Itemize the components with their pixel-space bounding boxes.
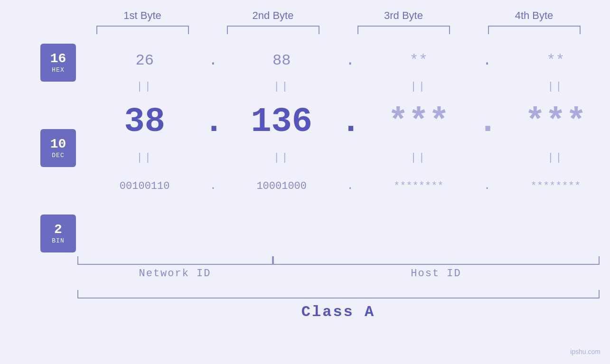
sep2-1: || [93, 152, 197, 164]
dec-badge: 10 DEC [40, 129, 76, 167]
dec-dot-3: . [478, 103, 497, 141]
bin-val-1: 00100110 [93, 180, 197, 192]
sep-4: || [503, 81, 608, 93]
hex-val-2: 88 [229, 52, 334, 69]
byte-header-4: 4th Byte [482, 9, 586, 22]
network-id-label: Network ID [77, 268, 273, 280]
network-bracket [77, 256, 273, 265]
bracket-1 [96, 26, 189, 34]
hex-badge: 16 HEX [40, 44, 76, 82]
hex-val-3: ** [366, 52, 471, 69]
bin-dot-3: . [478, 180, 497, 192]
bracket-2 [227, 26, 319, 34]
sep2-2: || [229, 152, 334, 164]
hex-dot-2: . [340, 52, 359, 69]
dec-badge-number: 10 [50, 137, 66, 152]
dec-dot-1: . [204, 103, 223, 141]
id-brackets [77, 256, 600, 265]
byte-header-1: 1st Byte [90, 9, 195, 22]
dec-val-3: *** [366, 103, 471, 141]
sep2-3: || [366, 152, 471, 164]
host-bracket [273, 256, 600, 265]
hex-dot-1: . [204, 52, 223, 69]
bin-badge-label: BIN [52, 237, 64, 244]
bottom-brackets-section: Network ID Host ID [77, 256, 600, 280]
dec-data-row: 38 . 136 . *** . *** [89, 96, 610, 148]
dec-val-4: *** [503, 103, 608, 141]
bin-val-3: ******** [366, 180, 471, 192]
class-section: Class A [77, 290, 600, 321]
bracket-4 [488, 26, 581, 34]
hex-dot-3: . [478, 52, 497, 69]
main-container: 1st Byte 2nd Byte 3rd Byte 4th Byte 16 H… [0, 0, 610, 364]
bin-badge: 2 BIN [40, 215, 76, 252]
class-label: Class A [77, 303, 600, 321]
dec-val-2: 136 [229, 103, 334, 141]
sep-row-1: || || || || [89, 77, 610, 96]
sep-3: || [366, 81, 471, 93]
dec-val-1: 38 [93, 103, 197, 141]
hex-data-row: 26 . 88 . ** . ** [89, 44, 610, 77]
bin-badge-number: 2 [54, 223, 62, 237]
hex-badge-label: HEX [52, 66, 64, 74]
host-id-label: Host ID [273, 268, 600, 280]
bin-dot-2: . [340, 180, 359, 192]
sep-2: || [229, 81, 334, 93]
dec-badge-label: DEC [52, 152, 64, 159]
class-bracket [77, 290, 600, 299]
bin-dot-1: . [204, 180, 223, 192]
bin-data-row: 00100110 . 10001000 . ******** . *******… [89, 167, 610, 205]
hex-val-4: ** [503, 52, 608, 69]
bracket-3 [357, 26, 450, 34]
sep-1: || [93, 81, 197, 93]
bin-val-2: 10001000 [229, 180, 334, 192]
bin-val-4: ******** [503, 180, 608, 192]
content-area: 16 HEX 10 DEC 2 BIN 26 . 88 . ** . ** [13, 44, 597, 252]
dec-dot-2: . [340, 103, 359, 141]
data-columns: 26 . 88 . ** . ** || || || || 38 [89, 44, 592, 252]
byte-header-2: 2nd Byte [221, 9, 325, 22]
byte-headers: 1st Byte 2nd Byte 3rd Byte 4th Byte [77, 9, 600, 22]
badge-column: 16 HEX 10 DEC 2 BIN [28, 44, 89, 252]
watermark: ipshu.com [570, 348, 601, 355]
hex-badge-number: 16 [50, 52, 66, 66]
sep2-4: || [503, 152, 608, 164]
sep-row-2: || || || || [89, 148, 610, 167]
id-labels: Network ID Host ID [77, 268, 600, 280]
hex-val-1: 26 [93, 52, 197, 69]
byte-header-3: 3rd Byte [351, 9, 456, 22]
top-brackets [77, 26, 600, 34]
